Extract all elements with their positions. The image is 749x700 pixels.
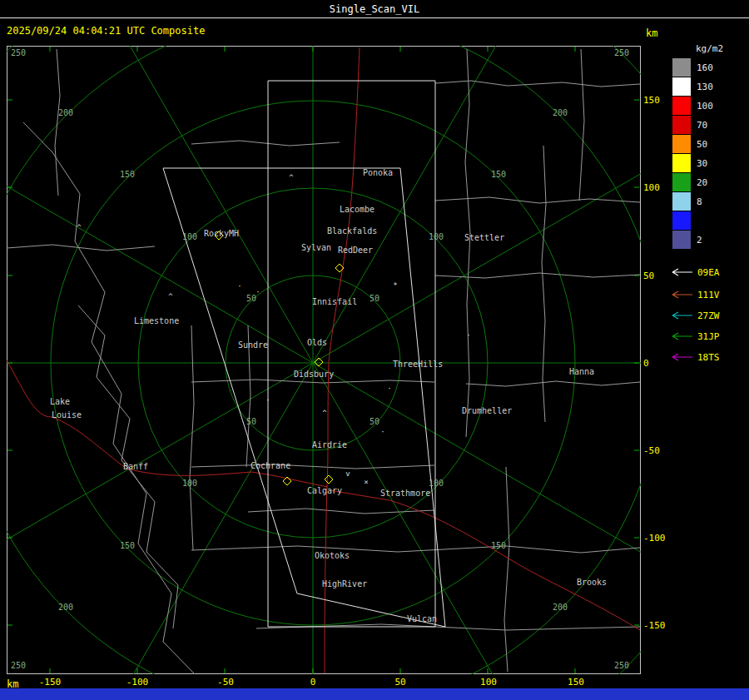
- ring-label: 200: [58, 108, 73, 117]
- ring-label: 250: [11, 48, 26, 57]
- scan-timestamp: 2025/09/24 04:04:21 UTC Composite: [7, 25, 205, 37]
- ring-label: 100: [429, 232, 444, 241]
- city-label: Airdrie: [312, 440, 347, 449]
- ring-label: 250: [614, 661, 629, 670]
- site-id-label: 31JP: [697, 331, 720, 342]
- site-id-label: 111V: [697, 290, 720, 300]
- site-arrow-icon: [672, 291, 692, 298]
- city-label: Hanna: [569, 367, 594, 376]
- bottom-axis-label: 0: [310, 677, 316, 688]
- town-marker: ·: [380, 428, 384, 436]
- city-label: Sylvan: [301, 243, 331, 252]
- city-label: Olds: [307, 338, 327, 347]
- scan-area-outlines: [163, 81, 445, 627]
- city-label: Banff: [123, 462, 148, 471]
- city-label: Blackfalds: [327, 226, 377, 236]
- town-marker: ·: [237, 282, 241, 290]
- city-label: Stettler: [464, 233, 504, 242]
- bottom-axis-label: -50: [217, 677, 234, 688]
- town-marker: ·: [466, 331, 470, 340]
- ring-label: 100: [182, 232, 197, 241]
- city-label: Didsbury: [294, 370, 334, 379]
- legend-color-swatch: [672, 77, 691, 96]
- ring-label: 50: [246, 294, 256, 303]
- legend-color-swatch: [672, 211, 691, 230]
- bottom-axis-label: 100: [480, 677, 497, 688]
- ring-label: 50: [370, 417, 379, 426]
- city-label: Cochrane: [250, 461, 290, 470]
- town-marker: ·: [265, 396, 270, 405]
- site-arrow-icon: [672, 312, 692, 319]
- city-label: Sundre: [238, 340, 268, 350]
- legend-color-swatch: [672, 173, 691, 191]
- site-id-label: 18TS: [697, 352, 720, 363]
- city-label: Louise: [52, 410, 82, 420]
- legend-panel: kg/m2 160 130 100 70 50 30 20 8 2 09EA 1…: [666, 40, 749, 373]
- city-label: ThreeHills: [393, 360, 443, 369]
- ring-label: 200: [58, 603, 73, 612]
- city-label: Okotoks: [315, 551, 350, 560]
- town-marker: ·: [387, 385, 391, 393]
- site-id-label: 09EA: [697, 267, 720, 278]
- radar-map[interactable]: 50 100 150 200 250 50 100 150 200 250 50…: [7, 46, 641, 674]
- legend-color-swatch: [672, 58, 691, 77]
- right-axis-label: 100: [643, 182, 660, 193]
- ring-label: 250: [614, 48, 629, 57]
- town-marker: ^: [289, 173, 294, 181]
- city-label: Innisfail: [312, 297, 357, 306]
- town-markers: ^ ^ ^ ^ * · · · · · · v ×: [77, 173, 470, 486]
- legend-value: 70: [697, 120, 707, 131]
- right-axis-label: 0: [643, 358, 649, 369]
- legend-color-swatch: [672, 116, 691, 134]
- site-id-label: 27ZW: [697, 310, 720, 321]
- city-label: HighRiver: [322, 579, 367, 588]
- site-arrow-icon: [672, 333, 692, 340]
- ring-label: 50: [370, 294, 379, 303]
- town-marker: ^: [77, 223, 82, 231]
- ring-label: 150: [491, 170, 506, 179]
- legend-value: 160: [697, 62, 713, 73]
- city-label: RockyMH: [204, 229, 239, 238]
- city-label: Lacombe: [340, 205, 374, 214]
- bottom-axis-label: -100: [126, 677, 149, 688]
- ring-label: 100: [429, 479, 444, 488]
- right-axis-label: -50: [643, 445, 660, 456]
- legend-value: 20: [697, 177, 707, 188]
- ring-label: 200: [553, 603, 568, 612]
- city-label: Calgary: [307, 486, 342, 495]
- window-title: Single_Scan_VIL: [330, 3, 419, 15]
- town-marker: ·: [255, 288, 260, 296]
- town-marker: v: [345, 469, 350, 478]
- legend-value: 30: [697, 158, 707, 169]
- ring-label: 100: [182, 479, 197, 488]
- legend-value: 100: [697, 101, 713, 112]
- ring-label: 200: [553, 108, 568, 117]
- city-label: Limestone: [134, 316, 179, 325]
- bottom-axis-label: -150: [39, 677, 62, 688]
- right-axis-label: 50: [643, 271, 654, 281]
- legend-value: 50: [697, 139, 707, 150]
- city-label: Drumheller: [462, 406, 512, 415]
- right-axis-label: 150: [643, 95, 660, 106]
- city-label: Ponoka: [363, 168, 393, 177]
- window-title-bar: Single_Scan_VIL: [0, 0, 749, 18]
- legend-value: 130: [697, 82, 713, 92]
- town-marker: ^: [322, 409, 327, 417]
- site-arrow-icon: [672, 269, 692, 276]
- city-label: RedDeer: [338, 246, 373, 255]
- bottom-axis-label: 150: [568, 677, 584, 688]
- town-marker: ^: [168, 292, 173, 300]
- city-label: Lake: [50, 397, 70, 406]
- right-axis-label: -100: [643, 533, 666, 544]
- city-label: Strathmore: [380, 489, 430, 498]
- site-arrow-icon: [672, 354, 692, 360]
- legend-value: 8: [697, 196, 702, 207]
- legend-unit-label: kg/m2: [696, 43, 723, 54]
- legend-color-swatch: [672, 135, 691, 153]
- ring-label: 150: [120, 170, 135, 179]
- bottom-axis-label: 50: [394, 677, 405, 688]
- taskbar-strip[interactable]: [0, 688, 749, 700]
- city-label: Vulcan: [407, 614, 437, 623]
- city-label: Brooks: [577, 578, 607, 587]
- ring-label: 150: [120, 541, 135, 550]
